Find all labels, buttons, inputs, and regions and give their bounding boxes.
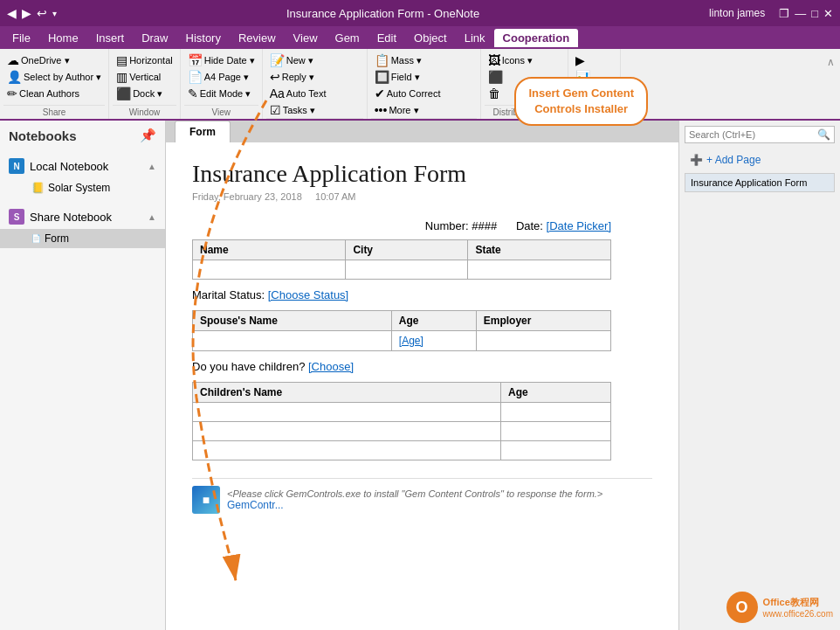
ribbon-group-integrate: 📋Mass ▾ 🔲Field ▾ ✔Auto Correct •••More ▾… xyxy=(368,49,481,119)
clean-authors-button[interactable]: ✏Clean Authors xyxy=(3,86,105,101)
share-notebook-label: Share Notebook xyxy=(30,211,112,224)
tab-form[interactable]: Form xyxy=(175,121,231,142)
solar-system-item[interactable]: 📒 Solar System xyxy=(0,178,165,197)
back-button[interactable]: ◀ xyxy=(7,6,17,20)
col-childage: Age xyxy=(501,383,611,403)
menu-bar: File Home Insert Draw History Review Vie… xyxy=(0,26,840,49)
field-button[interactable]: 🔲Field ▾ xyxy=(371,69,444,85)
page-list-item[interactable]: Insurance Application Form xyxy=(685,173,835,192)
local-notebook-item[interactable]: N Local Notebook ▲ xyxy=(0,154,165,178)
menu-draw[interactable]: Draw xyxy=(133,29,176,47)
dock-button[interactable]: ⬛Dock ▾ xyxy=(113,86,176,101)
user-area: linton james ❐ — □ ✕ xyxy=(709,7,833,20)
play-button[interactable]: ▶ xyxy=(572,52,594,68)
autocorrect-icon: ✔ xyxy=(375,87,385,100)
child3-age[interactable] xyxy=(501,441,611,460)
controls-col1: 📝New ▾ ↩Reply ▾ AaAuto Text ☑Tasks ▾ xyxy=(266,52,330,118)
menu-view[interactable]: View xyxy=(285,29,327,47)
name-city-state-table: Name City State xyxy=(192,239,611,280)
more-button[interactable]: •••More ▾ xyxy=(371,102,444,118)
form-item[interactable]: 📄 Form xyxy=(0,229,165,248)
a4-page-button[interactable]: 📄A4 Page ▾ xyxy=(184,69,258,85)
integrate-col: 📋Mass ▾ 🔲Field ▾ ✔Auto Correct •••More ▾ xyxy=(371,52,444,118)
installer-bar: ■ <Please click GemControls.exe to insta… xyxy=(192,478,652,521)
share-notebook-item[interactable]: S Share Notebook ▲ xyxy=(0,204,165,229)
child1-age[interactable] xyxy=(501,403,611,422)
onedrive-button[interactable]: ☁OneDrive ▾ xyxy=(3,52,105,68)
menu-edit[interactable]: Edit xyxy=(368,29,405,47)
menu-gem[interactable]: Gem xyxy=(327,29,368,47)
author-icon: 👤 xyxy=(7,70,22,84)
search-input[interactable] xyxy=(689,129,817,140)
child1-name[interactable] xyxy=(193,403,501,422)
menu-insert[interactable]: Insert xyxy=(87,29,134,47)
undo-button[interactable]: ↩ xyxy=(37,6,47,20)
ribbon-group-view: 📅Hide Date ▾ 📄A4 Page ▾ ✎Edit Mode ▾ Vie… xyxy=(181,49,263,119)
child2-age[interactable] xyxy=(501,422,611,441)
trash-icon: 🗑 xyxy=(488,87,500,100)
watermark-text: Office教程网 xyxy=(763,596,833,609)
age-picker[interactable]: [Age] xyxy=(399,335,423,347)
spousename-cell[interactable] xyxy=(193,331,392,351)
col-age: Age xyxy=(391,311,476,331)
installer-msg: <Please click GemControls.exe to install… xyxy=(227,488,602,499)
tooltip-line2: Controls Installer xyxy=(528,101,634,117)
auto-text-button[interactable]: AaAuto Text xyxy=(266,86,330,101)
installer-label[interactable]: GemContr... xyxy=(227,499,602,511)
sidebar-header: Notebooks 📌 xyxy=(0,121,165,150)
menu-cooperation[interactable]: Cooperation xyxy=(494,29,579,47)
menu-object[interactable]: Object xyxy=(405,29,456,47)
reply-button[interactable]: ↩Reply ▾ xyxy=(266,69,330,85)
hide-date-button[interactable]: 📅Hide Date ▾ xyxy=(184,52,258,68)
employer-cell[interactable] xyxy=(476,331,610,351)
solar-system-icon: 📒 xyxy=(31,182,45,194)
mass-button[interactable]: 📋Mass ▾ xyxy=(371,52,444,68)
date-picker-link[interactable]: [Date Picker] xyxy=(547,219,611,232)
tasks-icon: ☑ xyxy=(270,103,281,117)
col-city: City xyxy=(346,240,468,260)
maximize-button[interactable]: □ xyxy=(811,7,818,20)
pin-icon[interactable]: 📌 xyxy=(140,128,156,143)
ribbon: ☁OneDrive ▾ 👤Select by Author ▾ ✏Clean A… xyxy=(0,49,840,121)
menu-history[interactable]: History xyxy=(177,29,230,47)
ribbon-group-share: ☁OneDrive ▾ 👤Select by Author ▾ ✏Clean A… xyxy=(0,49,109,119)
ribbon-collapse[interactable]: ∧ xyxy=(822,52,840,72)
number-date-line: Number: #### Date: [Date Picker] xyxy=(192,219,611,232)
new-button[interactable]: 📝New ▾ xyxy=(266,52,330,68)
username: linton james xyxy=(709,7,765,19)
share-notebook-section: S Share Notebook ▲ 📄 Form xyxy=(0,201,165,252)
view-col: 📅Hide Date ▾ 📄A4 Page ▾ ✎Edit Mode ▾ xyxy=(184,52,258,101)
menu-link[interactable]: Link xyxy=(456,29,494,47)
child3-name[interactable] xyxy=(193,441,501,460)
marital-picker[interactable]: [Choose Status] xyxy=(268,288,349,301)
vertical-button[interactable]: ▥Vertical xyxy=(113,69,176,85)
forward-button[interactable]: ▶ xyxy=(22,6,31,20)
form-icon: 📄 xyxy=(31,234,41,243)
children-picker[interactable]: [Choose] xyxy=(308,360,354,373)
pen-icon: ✏ xyxy=(7,87,17,100)
icons-button[interactable]: 🖼Icons ▾ xyxy=(485,52,536,68)
edit-mode-button[interactable]: ✎Edit Mode ▾ xyxy=(184,86,258,101)
tasks-button[interactable]: ☑Tasks ▾ xyxy=(266,102,330,118)
grid-icon: ⬛ xyxy=(488,70,503,84)
horizontal-button[interactable]: ▤Horizontal xyxy=(113,52,176,68)
child2-name[interactable] xyxy=(193,422,501,441)
minimize-button[interactable]: — xyxy=(795,7,806,20)
close-button[interactable]: ✕ xyxy=(823,7,833,20)
select-by-author-button[interactable]: 👤Select by Author ▾ xyxy=(3,69,105,85)
restore-button[interactable]: ❐ xyxy=(779,7,789,20)
state-cell[interactable] xyxy=(468,260,611,280)
watermark-text-area: Office教程网 www.office26.com xyxy=(763,596,833,619)
city-cell[interactable] xyxy=(346,260,468,280)
name-cell[interactable] xyxy=(193,260,346,280)
age-cell[interactable]: [Age] xyxy=(391,331,476,351)
menu-file[interactable]: File xyxy=(3,29,39,47)
new-icon: 📝 xyxy=(270,53,285,67)
add-page-button[interactable]: ➕ + Add Page xyxy=(685,150,835,170)
auto-correct-button[interactable]: ✔Auto Correct xyxy=(371,86,444,101)
menu-review[interactable]: Review xyxy=(230,29,285,47)
menu-home[interactable]: Home xyxy=(39,29,87,47)
calendar-icon: 📅 xyxy=(188,53,203,67)
window-buttons: ▤Horizontal ▥Vertical ⬛Dock ▾ xyxy=(113,51,176,105)
number-label: Number: #### xyxy=(425,219,497,232)
